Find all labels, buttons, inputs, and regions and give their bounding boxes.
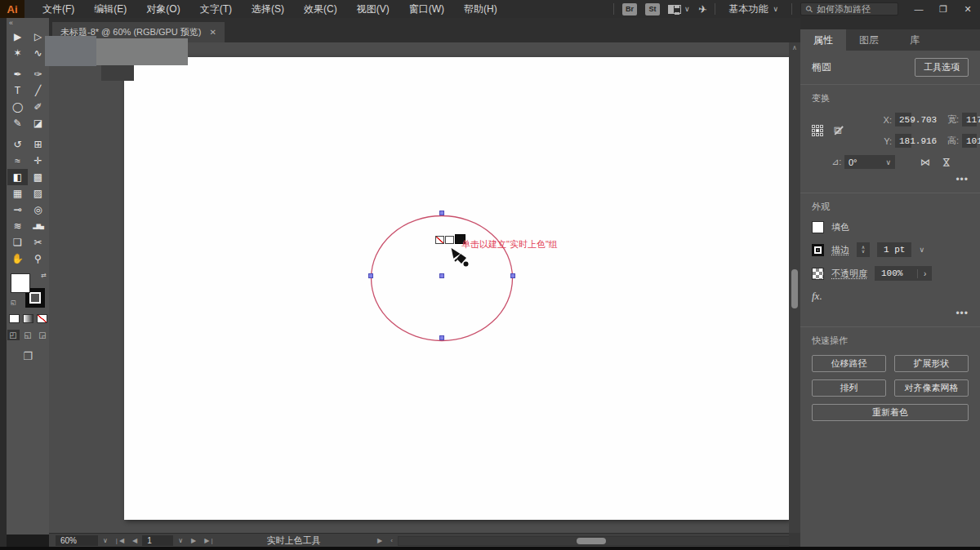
x-field[interactable]: 259.703	[895, 113, 911, 126]
symbol-sprayer-tool[interactable]: ≋	[7, 218, 28, 234]
scroll-left-icon[interactable]: ‹	[390, 537, 394, 544]
rotate-angle-field[interactable]: 0° ∨	[844, 155, 895, 169]
zoom-level-field[interactable]: 60%	[56, 535, 98, 546]
last-artboard-icon[interactable]: ▶|	[204, 537, 214, 544]
draw-inside-button[interactable]: ◲	[37, 330, 49, 340]
previous-artboard-icon[interactable]: ◀	[132, 537, 139, 544]
draw-behind-button[interactable]: ◱	[22, 330, 34, 340]
scale-tool[interactable]: ⊞	[28, 136, 48, 153]
shaper-tool[interactable]: ✎	[7, 115, 28, 131]
line-segment-tool[interactable]: ╱	[28, 82, 48, 99]
next-artboard-icon[interactable]: ▶	[191, 537, 198, 544]
status-expand-icon[interactable]: ▶	[377, 537, 384, 544]
anchor-top[interactable]	[439, 211, 444, 215]
artboard-dropdown-icon[interactable]: ∨	[178, 537, 183, 544]
reference-point-locator[interactable]	[812, 125, 825, 136]
menu-item-0[interactable]: 文件(F)	[33, 0, 84, 18]
horizontal-scroll-track[interactable]	[398, 536, 822, 546]
menu-item-5[interactable]: 效果(C)	[294, 0, 347, 18]
opacity-field[interactable]: 100% ›	[875, 266, 932, 281]
tool-options-button[interactable]: 工具选项	[915, 58, 969, 77]
menu-item-3[interactable]: 文字(T)	[190, 0, 242, 18]
anchor-right[interactable]	[510, 273, 515, 278]
horizontal-scroll-thumb[interactable]	[577, 538, 606, 544]
y-field[interactable]: 181.916	[895, 134, 911, 148]
artboard-tool[interactable]: ❏	[7, 234, 28, 251]
recolor-button[interactable]: 重新着色	[812, 404, 969, 421]
constrain-proportions-icon[interactable]: ⧉	[831, 124, 844, 137]
magic-wand-tool[interactable]: ✶	[7, 45, 28, 61]
scroll-up-icon[interactable]: ∧	[789, 42, 800, 51]
zoom-dropdown-icon[interactable]: ∨	[103, 537, 108, 544]
stock-button[interactable]: St	[645, 3, 660, 16]
selection-tool[interactable]: ▶	[7, 29, 28, 45]
live-paint-bucket-tool[interactable]: ◧	[7, 169, 28, 185]
width-field[interactable]: 117.005	[962, 113, 977, 126]
anchor-left[interactable]	[368, 273, 373, 278]
fx-effects-icon[interactable]: fx.	[812, 290, 822, 303]
expand-shape-button[interactable]: 扩展形状	[894, 355, 969, 372]
zoom-tool[interactable]: ⚲	[28, 251, 48, 267]
menu-item-2[interactable]: 对象(O)	[136, 0, 189, 18]
default-fill-stroke-icon[interactable]: ◱	[11, 299, 16, 306]
anchor-bottom[interactable]	[439, 335, 444, 340]
live-paint-selection-tool[interactable]: ▩	[28, 169, 48, 185]
search-input[interactable]: ⚲ 如何添加路径	[800, 2, 898, 16]
column-graph-tool[interactable]: ▂▆▄	[28, 218, 48, 234]
blend-tool[interactable]: ◎	[28, 202, 48, 218]
workspace-switcher[interactable]: 基本功能 ∨	[724, 2, 783, 16]
arrange-documents-button[interactable]: ∨	[668, 5, 690, 14]
fill-swatch[interactable]	[812, 221, 824, 233]
tab-layers[interactable]: 图层	[846, 29, 892, 51]
tab-libraries[interactable]: 库	[892, 29, 938, 51]
close-tab-icon[interactable]: ✕	[210, 28, 216, 37]
menu-item-4[interactable]: 选择(S)	[242, 0, 294, 18]
fill-stroke-indicator[interactable]: ⇄ ◱	[11, 273, 45, 308]
menu-item-6[interactable]: 视图(V)	[347, 0, 399, 18]
hand-tool[interactable]: ✋	[7, 251, 28, 267]
chevron-right-icon[interactable]: ›	[917, 269, 932, 278]
anchor-center[interactable]	[439, 273, 444, 278]
gradient-button[interactable]	[23, 314, 33, 323]
swap-fill-stroke-icon[interactable]: ⇄	[41, 272, 47, 279]
ellipse-shape[interactable]	[370, 214, 517, 344]
horizontal-scrollbar[interactable]: ▶ ‹ ›	[374, 535, 831, 546]
slice-tool[interactable]: ✂	[28, 234, 48, 251]
none-color-button[interactable]	[37, 314, 47, 323]
align-pixel-grid-button[interactable]: 对齐像素网格	[894, 379, 969, 397]
puppet-warp-tool[interactable]: ✛	[28, 153, 48, 169]
vertical-scroll-thumb[interactable]	[791, 269, 798, 308]
curvature-tool[interactable]: ✑	[28, 66, 48, 82]
chevron-down-icon[interactable]: ∨	[919, 246, 924, 254]
canvas[interactable]: 单击以建立"实时上色"组	[49, 42, 789, 533]
flip-vertical-icon[interactable]: ⋈	[941, 157, 952, 167]
minimize-button[interactable]: —	[906, 0, 931, 18]
color-button[interactable]	[9, 314, 20, 323]
width-tool[interactable]: ≈	[7, 153, 28, 169]
menu-item-7[interactable]: 窗口(W)	[399, 0, 454, 18]
screen-mode-button[interactable]: ❐	[7, 350, 49, 362]
eyedropper-tool[interactable]: ⊸	[7, 202, 28, 218]
toolbar-collapse-button[interactable]: «	[7, 18, 49, 29]
rotate-tool[interactable]: ↺	[7, 136, 28, 153]
paintbrush-tool[interactable]: ✐	[28, 99, 48, 115]
stroke-weight-field[interactable]: 1 pt	[877, 242, 911, 257]
arrange-button[interactable]: 排列	[812, 379, 886, 397]
share-icon[interactable]: ✈	[697, 2, 708, 16]
offset-path-button[interactable]: 位移路径	[812, 355, 886, 372]
artboard-number-field[interactable]: 1	[142, 535, 173, 546]
tab-properties[interactable]: 属性	[800, 29, 846, 51]
gradient-tool[interactable]: ▨	[28, 185, 48, 202]
pen-tool[interactable]: ✒	[7, 66, 28, 82]
bridge-button[interactable]: Br	[622, 3, 637, 16]
stroke-weight-stepper[interactable]: ∧∨	[857, 242, 870, 257]
menu-item-1[interactable]: 编辑(E)	[84, 0, 136, 18]
restore-button[interactable]: ❐	[931, 0, 956, 18]
menu-item-8[interactable]: 帮助(H)	[454, 0, 507, 18]
chevron-down-icon[interactable]: ∨	[885, 158, 891, 166]
mesh-tool[interactable]: ▦	[7, 185, 28, 202]
opacity-swatch[interactable]	[812, 268, 824, 280]
stroke-link[interactable]: 描边	[831, 244, 849, 256]
stroke-swatch[interactable]	[812, 244, 824, 256]
height-field[interactable]: 101.13	[962, 134, 977, 148]
